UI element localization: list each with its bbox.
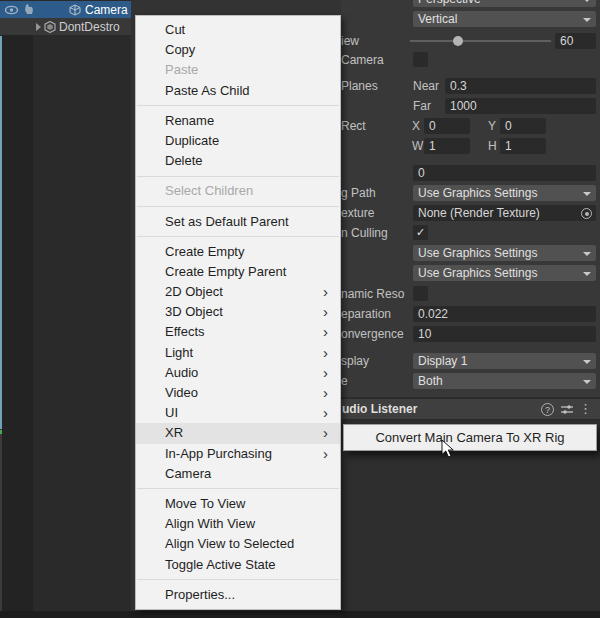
menu-item-align-with-view[interactable]: Align With View (136, 514, 340, 534)
stereo-separation-value: 0.022 (418, 307, 448, 321)
menu-item-3d-object[interactable]: 3D Object› (136, 302, 340, 322)
menu-item-set-as-default-parent[interactable]: Set as Default Parent (136, 212, 340, 232)
submenu-chevron-icon: › (323, 403, 328, 423)
rect-w-value: 1 (429, 139, 436, 153)
xr-submenu: Convert Main Camera To XR Rig (343, 424, 597, 451)
projection-row: Perspective (341, 0, 600, 7)
physical-camera-checkbox[interactable] (413, 52, 428, 67)
dynamic-resolution-label: namic Reso (341, 287, 404, 301)
bottom-edge-band (0, 611, 600, 618)
target-texture-value: None (Render Texture) (418, 206, 540, 220)
hierarchy-context-menu: Cut Copy Paste Paste As Child Rename Dup… (135, 15, 341, 610)
menu-item-label: Duplicate (165, 133, 219, 148)
stereo-separation-row: eparation 0.022 (341, 306, 600, 322)
menu-item-camera[interactable]: Camera (136, 464, 340, 484)
menu-item-label: Video (165, 385, 198, 400)
rect-x-field[interactable]: 0 (424, 118, 470, 134)
viewport-rect-xy-row: Rect X 0 Y 0 (341, 118, 600, 134)
submenu-chevron-icon: › (323, 302, 328, 322)
rendering-path-value: Use Graphics Settings (418, 186, 537, 200)
physical-camera-row: Camera (341, 52, 600, 68)
target-texture-field[interactable]: None (Render Texture) (413, 205, 596, 221)
menu-item-duplicate[interactable]: Duplicate (136, 131, 340, 151)
presets-icon[interactable] (560, 404, 574, 415)
submenu-chevron-icon: › (323, 444, 328, 464)
menu-item-label: Paste As Child (165, 83, 250, 98)
rect-w-field[interactable]: 1 (424, 138, 470, 154)
rect-y-field[interactable]: 0 (500, 118, 546, 134)
hdr-dropdown[interactable]: Use Graphics Settings (413, 245, 596, 261)
dynamic-resolution-checkbox[interactable] (413, 286, 428, 301)
stereo-separation-field[interactable]: 0.022 (413, 306, 596, 322)
menu-item-audio[interactable]: Audio› (136, 363, 340, 383)
menu-item-video[interactable]: Video› (136, 383, 340, 403)
dropdown-arrow-icon (583, 192, 591, 196)
hdr-value: Use Graphics Settings (418, 246, 537, 260)
rect-h-label: H (488, 139, 497, 153)
field-of-view-label: iew (341, 34, 359, 48)
rect-h-field[interactable]: 1 (500, 138, 546, 154)
menu-item-create-empty-parent[interactable]: Create Empty Parent (136, 262, 340, 282)
menu-item-2d-object[interactable]: 2D Object› (136, 282, 340, 302)
occlusion-culling-checkbox[interactable]: ✓ (413, 225, 428, 240)
menu-item-in-app-purchasing[interactable]: In-App Purchasing› (136, 444, 340, 464)
menu-item-toggle-active-state[interactable]: Toggle Active State (136, 555, 340, 575)
msaa-dropdown[interactable]: Use Graphics Settings (413, 265, 596, 281)
expand-triangle-icon[interactable] (36, 23, 41, 31)
target-eye-row: e Both (341, 373, 600, 389)
menu-item-delete[interactable]: Delete (136, 151, 340, 171)
menu-item-align-view-to-selected[interactable]: Align View to Selected (136, 534, 340, 554)
fov-axis-dropdown[interactable]: Vertical (413, 11, 596, 27)
left-edge-strip (0, 36, 2, 429)
rendering-path-dropdown[interactable]: Use Graphics Settings (413, 185, 596, 201)
fov-value-field[interactable]: 60 (555, 33, 596, 49)
hierarchy-item-dontdestro[interactable]: DontDestro (0, 18, 131, 35)
fov-slider-knob[interactable] (453, 36, 463, 46)
kebab-menu-icon[interactable]: ⋮ (579, 401, 592, 416)
far-field[interactable]: 1000 (445, 98, 596, 114)
target-display-value: Display 1 (418, 354, 467, 368)
submenu-chevron-icon: › (323, 343, 328, 363)
dropdown-arrow-icon (583, 0, 591, 2)
viewport-rect-wh-row: W 1 H 1 (341, 138, 600, 154)
stereo-convergence-field[interactable]: 10 (413, 326, 596, 342)
help-icon[interactable]: ? (541, 403, 554, 416)
near-label: Near (413, 79, 439, 93)
menu-item-copy[interactable]: Copy (136, 40, 340, 60)
menu-item-rename[interactable]: Rename (136, 111, 340, 131)
menu-item-effects[interactable]: Effects› (136, 322, 340, 342)
submenu-item-convert-main-camera-to-xr-rig[interactable]: Convert Main Camera To XR Rig (344, 425, 596, 450)
target-display-label: splay (341, 354, 369, 368)
target-display-dropdown[interactable]: Display 1 (413, 353, 596, 369)
menu-item-paste-as-child[interactable]: Paste As Child (136, 81, 340, 101)
menu-item-label: Audio (165, 365, 198, 380)
menu-item-cut[interactable]: Cut (136, 20, 340, 40)
occlusion-culling-row: n Culling ✓ (341, 225, 600, 241)
hierarchy-item-camera[interactable]: Camera (0, 1, 131, 18)
menu-item-properties[interactable]: Properties... (136, 585, 340, 605)
physical-camera-label: Camera (341, 53, 384, 67)
pickability-hand-icon[interactable] (22, 3, 35, 16)
stereo-convergence-label: onvergence (341, 327, 404, 341)
menu-item-move-to-view[interactable]: Move To View (136, 494, 340, 514)
visibility-eye-icon[interactable] (4, 4, 19, 16)
target-eye-dropdown[interactable]: Both (413, 373, 596, 389)
object-picker-icon[interactable] (581, 208, 592, 219)
fov-slider[interactable] (410, 40, 551, 42)
audio-listener-header[interactable]: udio Listener ? ⋮ (341, 398, 600, 420)
menu-item-light[interactable]: Light› (136, 343, 340, 363)
near-field[interactable]: 0.3 (445, 78, 596, 94)
submenu-chevron-icon: › (323, 383, 328, 403)
menu-item-label: 2D Object (165, 284, 223, 299)
left-edge-strip-lower (0, 429, 2, 618)
left-edge-green-speck (0, 430, 2, 434)
projection-dropdown[interactable]: Perspective (413, 0, 596, 7)
submenu-item-label: Convert Main Camera To XR Rig (375, 430, 564, 445)
menu-item-ui[interactable]: UI› (136, 403, 340, 423)
menu-separator (137, 488, 339, 489)
menu-item-xr[interactable]: XR› (136, 423, 340, 443)
depth-field[interactable]: 0 (413, 165, 596, 181)
inspector-panel: Perspective Vertical iew 60 Camera Plane… (341, 0, 600, 618)
menu-item-create-empty[interactable]: Create Empty (136, 242, 340, 262)
submenu-chevron-icon: › (323, 282, 328, 302)
